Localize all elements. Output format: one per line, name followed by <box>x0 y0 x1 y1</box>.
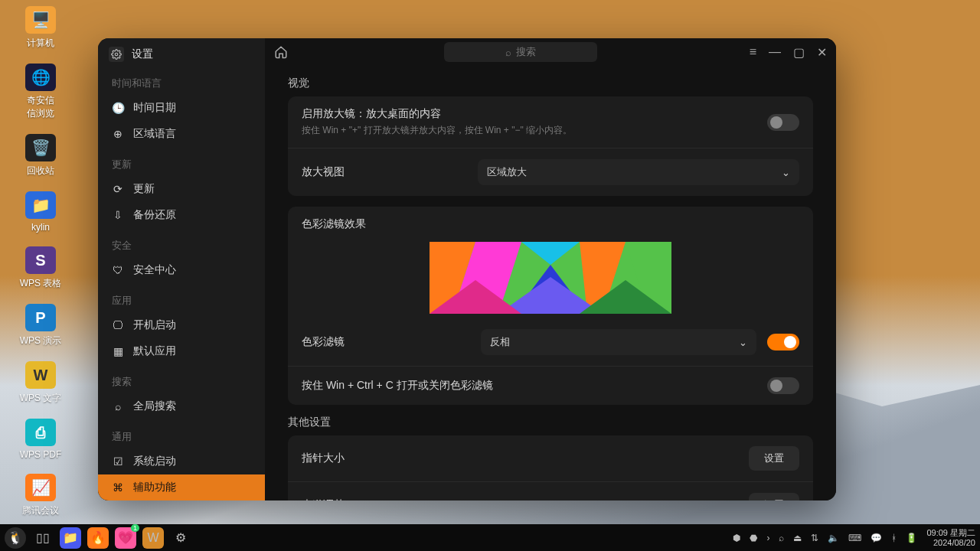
tray-usb-icon[interactable]: ⏏ <box>793 533 802 543</box>
color-filter-select[interactable]: 反相 ⌄ <box>481 329 756 355</box>
taskbar-wps[interactable]: W <box>142 527 164 549</box>
color-preview-image <box>430 242 671 314</box>
card-other: 指针大小 设置 声道调节 设置 <box>288 435 813 500</box>
clock-icon: 🕒 <box>112 102 124 114</box>
sidebar-item-datetime[interactable]: 🕒时间日期 <box>98 95 265 121</box>
color-filter-shortcut-toggle[interactable] <box>767 377 799 394</box>
magnifier-toggle[interactable] <box>767 114 799 131</box>
desktop-icon-trash[interactable]: 🗑️回收站 <box>14 134 67 178</box>
svg-point-0 <box>115 53 118 56</box>
desktop-icon-browser[interactable]: 🌐奇安信 信浏览 <box>14 64 67 120</box>
tray-expand-icon[interactable]: › <box>766 533 769 543</box>
color-filter-shortcut-label: 按住 Win + Ctrl + C 打开或关闭色彩滤镜 <box>302 379 756 393</box>
pointer-size-button[interactable]: 设置 <box>749 446 799 471</box>
sidebar-group-general: 通用 <box>98 419 265 448</box>
tray-icon-2[interactable]: ⬣ <box>750 533 757 543</box>
main-panel: ⌕ 搜索 ≡ — ▢ ✕ 视觉 启用放大镜：放大桌面的内容 按住 Win + "… <box>265 38 836 500</box>
sidebar-item-update[interactable]: ⟳更新 <box>98 176 265 202</box>
desktop-icon-wps-sheets[interactable]: SWPS 表格 <box>14 246 67 290</box>
monitor-icon: 🖵 <box>112 319 124 331</box>
sidebar-item-default-apps[interactable]: ▦默认应用 <box>98 338 265 364</box>
chevron-down-icon: ⌄ <box>739 337 747 348</box>
sidebar-item-backup[interactable]: ⇩备份还原 <box>98 202 265 228</box>
shield-icon: 🛡 <box>112 264 124 276</box>
desktop-icon-wps-pdf[interactable]: ⎙WPS PDF <box>14 419 67 460</box>
taskbar-clock[interactable]: 09:09 星期二 2024/08/20 <box>926 528 975 547</box>
color-filter-toggle[interactable] <box>767 334 799 350</box>
sidebar-item-accessibility[interactable]: ⌘辅助功能 <box>98 474 265 500</box>
check-square-icon: ☑ <box>112 455 124 468</box>
tray-network-icon[interactable]: ⇅ <box>811 533 818 543</box>
desktop: 🖥️计算机 🌐奇安信 信浏览 🗑️回收站 📁kylin SWPS 表格 PWPS… <box>0 0 92 531</box>
taskbar-app-badge[interactable]: 💗1 <box>115 527 136 549</box>
taskbar-app-1[interactable]: 📁 <box>60 527 81 549</box>
accessibility-icon: ⌘ <box>112 481 124 494</box>
refresh-icon: ⟳ <box>112 183 124 195</box>
color-filter-preview <box>288 231 813 318</box>
settings-window: 设置 时间和语言 🕒时间日期 ⊕区域语言 更新 ⟳更新 ⇩备份还原 安全 🛡安全… <box>98 38 836 500</box>
taskbar: 🐧 ▯▯ 📁 🔥 💗1 W ⚙ ⬢ ⬣ › ⌕ ⏏ ⇅ 🔈 ⌨ 💬 ᚼ 🔋 09… <box>0 524 980 551</box>
search-input[interactable]: ⌕ 搜索 <box>444 42 597 62</box>
desktop-icon-computer[interactable]: 🖥️计算机 <box>14 6 67 50</box>
maximize-button[interactable]: ▢ <box>793 45 805 60</box>
pointer-size-label: 指针大小 <box>302 452 738 465</box>
audio-channel-button[interactable]: 设置 <box>749 493 799 500</box>
titlebar: ⌕ 搜索 ≡ — ▢ ✕ <box>265 38 836 66</box>
archive-icon: ⇩ <box>112 209 124 221</box>
section-other-title: 其他设置 <box>288 416 813 429</box>
tray-keyboard-icon[interactable]: ⌨ <box>848 533 861 543</box>
desktop-icon-tencent-meeting[interactable]: 📈腾讯会议 <box>14 474 67 517</box>
globe-icon: ⊕ <box>112 128 124 140</box>
close-button[interactable]: ✕ <box>817 45 827 60</box>
system-tray: ⬢ ⬣ › ⌕ ⏏ ⇅ 🔈 ⌨ 💬 ᚼ 🔋 09:09 星期二 2024/08/… <box>733 528 975 547</box>
section-visual-title: 视觉 <box>288 77 813 90</box>
search-icon: ⌕ <box>505 47 511 58</box>
sidebar-item-startup-apps[interactable]: 🖵开机启动 <box>98 312 265 338</box>
home-button[interactable] <box>274 45 292 59</box>
tray-bluetooth-icon[interactable]: ᚼ <box>891 533 897 543</box>
app-title: 设置 <box>132 47 153 61</box>
tray-icon-1[interactable]: ⬢ <box>733 533 740 543</box>
color-filter-effect-label: 色彩滤镜效果 <box>302 217 799 231</box>
minimize-button[interactable]: — <box>769 45 781 60</box>
menu-button[interactable]: ≡ <box>750 45 756 60</box>
desktop-icon-wps-presentation[interactable]: PWPS 演示 <box>14 304 67 347</box>
taskbar-settings[interactable]: ⚙ <box>170 527 191 549</box>
sidebar-item-global-search[interactable]: ⌕全局搜索 <box>98 393 265 419</box>
sidebar-item-region-lang[interactable]: ⊕区域语言 <box>98 121 265 147</box>
start-menu-button[interactable]: 🐧 <box>5 527 26 549</box>
color-filter-label: 色彩滤镜 <box>302 335 470 349</box>
magnifier-title: 启用放大镜：放大桌面的内容 <box>302 107 756 121</box>
tray-search-icon[interactable]: ⌕ <box>779 533 784 543</box>
sidebar-group-security: 安全 <box>98 228 265 257</box>
sidebar-item-system-boot[interactable]: ☑系统启动 <box>98 448 265 474</box>
search-icon: ⌕ <box>112 400 124 412</box>
sidebar-group-apps: 应用 <box>98 283 265 312</box>
sidebar: 设置 时间和语言 🕒时间日期 ⊕区域语言 更新 ⟳更新 ⇩备份还原 安全 🛡安全… <box>98 38 265 500</box>
chevron-down-icon: ⌄ <box>782 167 790 178</box>
tray-notification-icon[interactable]: 💬 <box>871 533 882 543</box>
sidebar-group-search: 搜索 <box>98 364 265 393</box>
window-title-bar: 设置 <box>98 38 265 66</box>
apps-icon: ▦ <box>112 345 124 357</box>
audio-channel-label: 声道调节 <box>302 498 738 500</box>
sidebar-group-update: 更新 <box>98 147 265 176</box>
zoom-view-label: 放大视图 <box>302 165 467 179</box>
taskbar-browser[interactable]: 🔥 <box>87 527 109 549</box>
tray-volume-icon[interactable]: 🔈 <box>828 533 839 543</box>
magnifier-subtitle: 按住 Win + "+" 打开放大镜并放大内容，按住 Win + "−" 缩小内… <box>302 124 756 137</box>
desktop-icon-kylin[interactable]: 📁kylin <box>14 191 67 233</box>
tray-power-icon[interactable]: 🔋 <box>906 533 917 543</box>
zoom-view-select[interactable]: 区域放大 ⌄ <box>478 159 799 185</box>
card-magnifier: 启用放大镜：放大桌面的内容 按住 Win + "+" 打开放大镜并放大内容，按住… <box>288 96 813 196</box>
desktop-icon-wps-writer[interactable]: WWPS 文字 <box>14 361 67 405</box>
card-color-filter: 色彩滤镜效果 <box>288 207 813 405</box>
sidebar-item-security-center[interactable]: 🛡安全中心 <box>98 257 265 283</box>
task-view-button[interactable]: ▯▯ <box>32 527 54 549</box>
content-area: 视觉 启用放大镜：放大桌面的内容 按住 Win + "+" 打开放大镜并放大内容… <box>265 66 836 500</box>
gear-icon <box>109 47 124 62</box>
sidebar-group-time-lang: 时间和语言 <box>98 66 265 95</box>
